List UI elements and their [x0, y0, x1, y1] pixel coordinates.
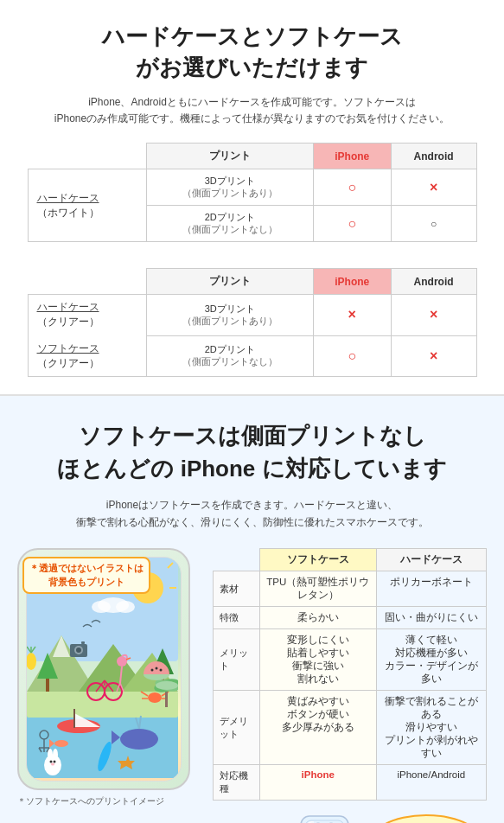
compare-col1-header: ソフトケース: [259, 549, 376, 571]
table2-row1-android: ×: [391, 295, 476, 336]
svg-point-39: [54, 740, 68, 747]
svg-point-60: [76, 648, 81, 653]
table2-col-iphone: iPhone: [313, 269, 391, 295]
compare-row-demerit-soft: 黄ばみやすいボタンが硬い多少厚みがある: [259, 691, 376, 765]
table1-col-android: Android: [391, 144, 476, 169]
phone-caption: ＊ソフトケースへのプリントイメージ: [17, 795, 199, 807]
compare-row-merit-hard: 薄くて軽い対応機種が多いカラー・デザインが多い: [376, 629, 486, 691]
compare-row-model: 対応機種 iPhone iPhone/Android: [214, 765, 487, 801]
compare-row-merit-soft: 変形しにくい貼着しやすい衝撃に強い割れない: [259, 629, 376, 691]
compare-row-demerit-head: デメリット: [214, 691, 260, 765]
svg-point-54: [54, 761, 56, 763]
compare-row-demerit: デメリット 黄ばみやすいボタンが硬い多少厚みがある 衝撃で割れることがある滑りや…: [214, 691, 487, 765]
table1-row2-print: 2Dプリント（側面プリントなし）: [146, 206, 313, 242]
svg-point-68: [156, 667, 158, 670]
compare-row-demerit-hard: 衝撃で割れることがある滑りやすいプリントが剥がれやすい: [376, 691, 486, 765]
compare-row-feature-soft: 柔らかい: [259, 607, 376, 629]
table1-wrapper: プリント iPhone Android ハードケース（ホワイト） 3Dプリント（…: [17, 143, 487, 242]
phone-column: ＊透過ではないイラストは背景色もプリント: [17, 548, 199, 807]
compare-col2-header: ハードケース: [376, 549, 486, 571]
compare-row-merit-head: メリット: [214, 629, 260, 691]
compare-row-model-head: 対応機種: [214, 765, 260, 801]
svg-point-12: [92, 601, 111, 613]
table2-row1-print: 3Dプリント（側面プリントあり）: [146, 295, 313, 336]
table2-col-android: Android: [391, 269, 476, 295]
svg-point-34: [148, 692, 162, 703]
table1: プリント iPhone Android ハードケース（ホワイト） 3Dプリント（…: [28, 143, 477, 242]
table1-row2-iphone: ○: [313, 206, 391, 242]
svg-point-53: [50, 761, 53, 763]
content-row: ＊透過ではないイラストは背景色もプリント: [17, 548, 487, 823]
clear-case-svg: [297, 814, 357, 823]
svg-rect-61: [81, 641, 85, 644]
table2-wrapper: プリント iPhone Android ハードケース（クリアー） ソフトケース（…: [17, 268, 487, 377]
compare-row-model-soft: iPhone: [259, 765, 376, 801]
svg-point-52: [53, 749, 58, 761]
compare-row-feature-head: 特徴: [214, 607, 260, 629]
table1-row1-print: 3Dプリント（側面プリントあり）: [146, 169, 313, 206]
table2: プリント iPhone Android ハードケース（クリアー） ソフトケース（…: [28, 268, 477, 377]
table2-row2-print: 2Dプリント（側面プリントなし）: [146, 335, 313, 377]
svg-point-51: [48, 749, 53, 761]
compare-row-feature: 特徴 柔らかい 固い・曲がりにくい: [214, 607, 487, 629]
svg-point-67: [151, 669, 154, 672]
table2-row1-iphone: ×: [313, 295, 391, 336]
table2-col-print: プリント: [146, 269, 313, 295]
svg-point-55: [51, 763, 54, 766]
compare-column: ソフトケース ハードケース 素材 TPU（熱可塑性ポリウレタン） ポリカーボネー…: [213, 548, 487, 823]
bubble-row: ケースの脱着が 苦手な方におすすめ。: [213, 814, 487, 823]
table1-row1-android: ×: [391, 169, 476, 206]
section2-desc: iPhoneはソフトケースを作成できます。ハードケースと違い、衝撃で割れる心配が…: [17, 496, 487, 532]
table2-row2-iphone: ○: [313, 335, 391, 377]
svg-point-49: [156, 681, 178, 690]
table1-row2-android: ○: [391, 206, 476, 242]
compare-row-material-soft: TPU（熱可塑性ポリウレタン）: [259, 571, 376, 607]
clear-case-image: [297, 814, 357, 823]
phone-illustration: ＊透過ではないイラストは背景色もプリント: [17, 548, 190, 790]
svg-point-62: [117, 656, 127, 667]
compare-table: ソフトケース ハードケース 素材 TPU（熱可塑性ポリウレタン） ポリカーボネー…: [213, 548, 487, 801]
compare-row-material: 素材 TPU（熱可塑性ポリウレタン） ポリカーボネート: [214, 571, 487, 607]
table2-row2-android: ×: [391, 335, 476, 377]
compare-row-model-hard: iPhone/Android: [376, 765, 486, 801]
section2: ソフトケースは側面プリントなしほとんどの iPhone に対応しています iPh…: [0, 396, 504, 823]
table1-col-print: プリント: [146, 144, 313, 169]
table2-row-label: ハードケース（クリアー） ソフトケース（クリアー）: [28, 295, 146, 377]
section2-title: ソフトケースは側面プリントなしほとんどの iPhone に対応しています: [17, 420, 487, 485]
svg-point-25: [120, 729, 158, 750]
section1-desc: iPhone、Androidともにハードケースを作成可能です。ソフトケースはiP…: [17, 94, 487, 127]
balloon-label: ＊透過ではないイラストは背景色もプリント: [22, 557, 150, 594]
svg-point-69: [160, 669, 163, 672]
compare-row-material-head: 素材: [214, 571, 260, 607]
bubble: ケースの脱着が 苦手な方におすすめ。: [366, 814, 487, 823]
section1: ハードケースとソフトケースがお選びいただけます iPhone、Androidとも…: [0, 0, 504, 394]
table1-col-iphone: iPhone: [313, 144, 391, 169]
table1-row1-iphone: ○: [313, 169, 391, 206]
section1-title: ハードケースとソフトケースがお選びいただけます: [17, 21, 487, 84]
compare-row-feature-hard: 固い・曲がりにくい: [376, 607, 486, 629]
compare-row-material-hard: ポリカーボネート: [376, 571, 486, 607]
table1-row-label1: ハードケース（ホワイト）: [28, 169, 146, 242]
svg-rect-24: [73, 709, 75, 728]
compare-row-merit: メリット 変形しにくい貼着しやすい衝撃に強い割れない 薄くて軽い対応機種が多いカ…: [214, 629, 487, 691]
svg-point-13: [116, 601, 135, 613]
